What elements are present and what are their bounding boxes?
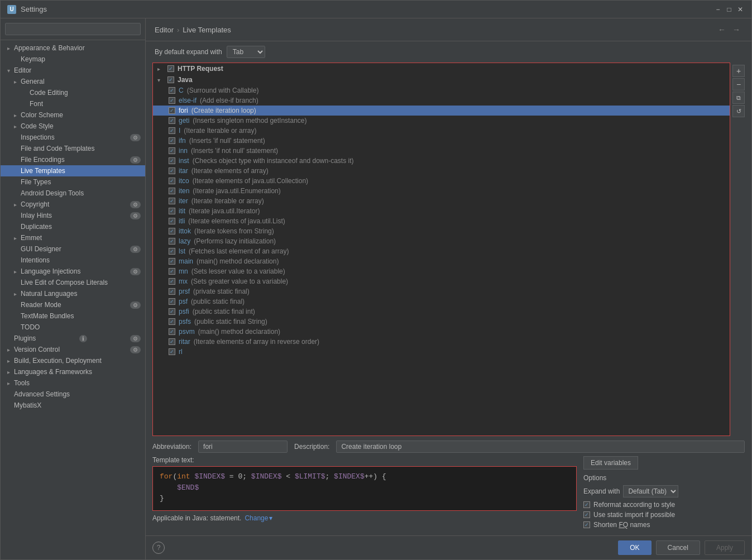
edit-variables-button[interactable]: Edit variables bbox=[583, 456, 638, 470]
sidebar-item-languages-frameworks[interactable]: Languages & Frameworks bbox=[1, 366, 145, 377]
item-checkbox[interactable] bbox=[169, 167, 175, 174]
template-item-psfs[interactable]: psfs (public static final String) bbox=[153, 317, 730, 327]
description-input[interactable] bbox=[336, 441, 745, 453]
sidebar-item-intentions[interactable]: Intentions bbox=[1, 255, 145, 266]
template-item-itco[interactable]: itco (Iterate elements of java.util.Coll… bbox=[153, 176, 730, 186]
item-checkbox[interactable] bbox=[169, 338, 175, 345]
template-item-c[interactable]: C (Surround with Callable) bbox=[153, 85, 730, 95]
sidebar-item-plugins[interactable]: Plugins ℹ ⚙ bbox=[1, 333, 145, 344]
item-checkbox[interactable] bbox=[169, 298, 175, 305]
sidebar-item-file-types[interactable]: File Types bbox=[1, 176, 145, 188]
template-item-psvm[interactable]: psvm (main() method declaration) bbox=[153, 327, 730, 337]
copy-template-button[interactable]: ⧉ bbox=[732, 92, 745, 104]
item-checkbox[interactable] bbox=[169, 288, 175, 295]
template-item-mx[interactable]: mx (Sets greater value to a variable) bbox=[153, 276, 730, 286]
template-item-prsf[interactable]: prsf (private static final) bbox=[153, 286, 730, 296]
sidebar-item-language-injections[interactable]: Language Injections ⚙ bbox=[1, 266, 145, 277]
options-expand-with-select[interactable]: Default (Tab) Tab Enter Space bbox=[623, 485, 678, 497]
maximize-button[interactable]: □ bbox=[725, 5, 734, 14]
item-checkbox[interactable] bbox=[169, 198, 175, 204]
sidebar-item-version-control[interactable]: Version Control ⚙ bbox=[1, 344, 145, 355]
group-header-java[interactable]: ▾ Java bbox=[153, 74, 730, 85]
abbreviation-input[interactable] bbox=[198, 441, 288, 453]
add-template-button[interactable]: + bbox=[732, 65, 745, 77]
group-checkbox-java[interactable] bbox=[167, 76, 174, 83]
sidebar-item-general[interactable]: General bbox=[1, 76, 145, 87]
sidebar-item-emmet[interactable]: Emmet bbox=[1, 232, 145, 243]
sidebar-item-inlay-hints[interactable]: Inlay Hints ⚙ bbox=[1, 210, 145, 221]
item-checkbox[interactable] bbox=[169, 157, 175, 164]
template-item-rl[interactable]: rl bbox=[153, 347, 730, 357]
sidebar-item-live-templates[interactable]: Live Templates bbox=[1, 165, 145, 176]
item-checkbox[interactable] bbox=[169, 147, 175, 154]
change-link[interactable]: Change ▾ bbox=[245, 514, 272, 522]
item-checkbox[interactable] bbox=[169, 127, 175, 134]
item-checkbox[interactable] bbox=[169, 208, 175, 214]
template-item-inn[interactable]: inn (Inserts 'if not null' statement) bbox=[153, 146, 730, 156]
template-item-iter[interactable]: iter (Iterate Iterable or array) bbox=[153, 196, 730, 206]
help-button[interactable]: ? bbox=[152, 542, 165, 554]
item-checkbox[interactable] bbox=[169, 278, 175, 285]
sidebar-item-build[interactable]: Build, Execution, Deployment bbox=[1, 355, 145, 366]
sidebar-item-code-style[interactable]: Code Style bbox=[1, 121, 145, 132]
item-checkbox[interactable] bbox=[169, 318, 175, 325]
template-item-lst[interactable]: lst (Fetches last element of an array) bbox=[153, 246, 730, 256]
template-item-psfi[interactable]: psfi (public static final int) bbox=[153, 307, 730, 317]
template-item-lazy[interactable]: lazy (Performs lazy initialization) bbox=[153, 236, 730, 246]
cancel-button[interactable]: Cancel bbox=[656, 540, 700, 555]
template-item-psf[interactable]: psf (public static final) bbox=[153, 296, 730, 307]
sidebar-item-tools[interactable]: Tools bbox=[1, 377, 145, 389]
expand-with-select[interactable]: Tab Enter Space bbox=[227, 46, 265, 58]
item-checkbox[interactable] bbox=[169, 178, 175, 184]
sidebar-item-textmate-bundles[interactable]: TextMate Bundles bbox=[1, 310, 145, 322]
item-checkbox[interactable] bbox=[169, 137, 175, 144]
item-checkbox[interactable] bbox=[169, 308, 175, 315]
sidebar-item-file-encodings[interactable]: File Encodings ⚙ bbox=[1, 154, 145, 165]
sidebar-item-duplicates[interactable]: Duplicates bbox=[1, 221, 145, 232]
item-checkbox[interactable] bbox=[169, 348, 175, 355]
item-checkbox[interactable] bbox=[169, 328, 175, 335]
group-header-http[interactable]: ▸ HTTP Request bbox=[153, 63, 730, 74]
template-item-ritar[interactable]: ritar (Iterate elements of array in reve… bbox=[153, 337, 730, 347]
sidebar-item-code-editing[interactable]: Code Editing bbox=[1, 87, 145, 98]
sidebar-item-gui-designer[interactable]: GUI Designer ⚙ bbox=[1, 243, 145, 255]
template-item-main[interactable]: main (main() method declaration) bbox=[153, 256, 730, 266]
sidebar-item-todo[interactable]: TODO bbox=[1, 322, 145, 333]
item-checkbox[interactable] bbox=[169, 258, 175, 265]
close-button[interactable]: ✕ bbox=[736, 5, 745, 14]
apply-button[interactable]: Apply bbox=[705, 540, 745, 555]
template-item-fori[interactable]: fori (Create iteration loop) bbox=[153, 106, 730, 116]
item-checkbox[interactable] bbox=[169, 238, 175, 245]
template-item-inst[interactable]: inst (Checks object type with instanceof… bbox=[153, 156, 730, 166]
remove-template-button[interactable]: − bbox=[732, 78, 745, 90]
template-item-itli[interactable]: itli (Iterate elements of java.util.List… bbox=[153, 216, 730, 226]
template-item-itar[interactable]: itar (Iterate elements of array) bbox=[153, 166, 730, 176]
sidebar-item-reader-mode[interactable]: Reader Mode ⚙ bbox=[1, 299, 145, 310]
template-text-editor[interactable]: for(int $INDEX$ = 0; $INDEX$ < $LIMIT$; … bbox=[152, 466, 577, 511]
item-checkbox[interactable] bbox=[169, 218, 175, 224]
sidebar-item-font[interactable]: Font bbox=[1, 98, 145, 109]
item-checkbox[interactable] bbox=[169, 87, 175, 94]
sidebar-item-advanced-settings[interactable]: Advanced Settings bbox=[1, 389, 145, 400]
nav-forward-button[interactable]: → bbox=[730, 24, 743, 35]
shorten-fq-checkbox[interactable] bbox=[583, 521, 590, 528]
sidebar-item-inspections[interactable]: Inspections ⚙ bbox=[1, 132, 145, 143]
ok-button[interactable]: OK bbox=[618, 540, 651, 555]
reformat-checkbox[interactable] bbox=[583, 501, 590, 508]
search-input[interactable] bbox=[5, 23, 141, 35]
template-item-ifn[interactable]: ifn (Inserts 'if null' statement) bbox=[153, 136, 730, 146]
item-checkbox[interactable] bbox=[169, 228, 175, 234]
sidebar-item-appearance[interactable]: Appearance & Behavior bbox=[1, 42, 145, 54]
minimize-button[interactable]: − bbox=[713, 5, 722, 14]
item-checkbox[interactable] bbox=[169, 248, 175, 255]
template-item-geti[interactable]: geti (Inserts singleton method getInstan… bbox=[153, 116, 730, 126]
revert-template-button[interactable]: ↺ bbox=[732, 105, 745, 117]
template-item-I[interactable]: I (Iterate Iterable or array) bbox=[153, 126, 730, 136]
sidebar-item-android-design-tools[interactable]: Android Design Tools bbox=[1, 188, 145, 199]
template-item-mn[interactable]: mn (Sets lesser value to a variable) bbox=[153, 266, 730, 276]
nav-back-button[interactable]: ← bbox=[716, 24, 728, 35]
item-checkbox[interactable] bbox=[169, 97, 175, 104]
item-checkbox[interactable] bbox=[169, 188, 175, 194]
item-checkbox[interactable] bbox=[169, 268, 175, 275]
sidebar-item-keymap[interactable]: Keymap bbox=[1, 54, 145, 65]
